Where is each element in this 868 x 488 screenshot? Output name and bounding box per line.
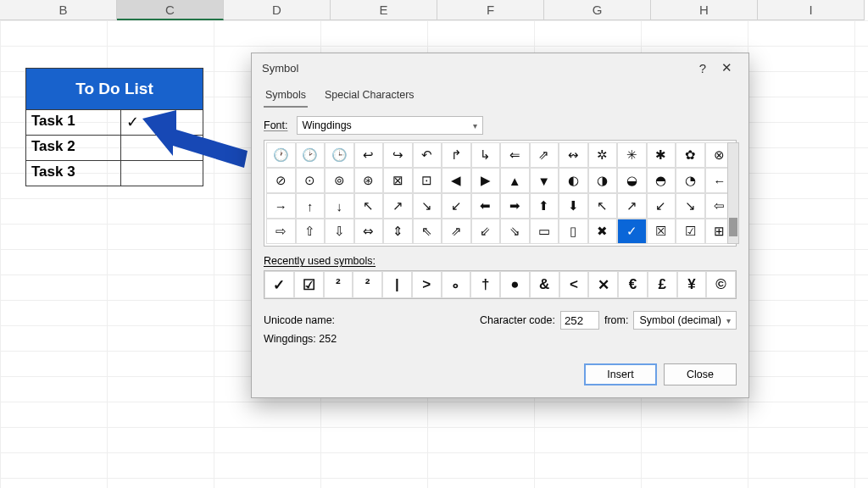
char-code-input[interactable] (560, 311, 599, 330)
col-header[interactable]: I (758, 0, 865, 20)
symbol-cell[interactable]: ↗ (617, 193, 647, 219)
recent-symbol-cell[interactable]: & (530, 271, 559, 298)
symbol-cell[interactable]: ✖ (588, 219, 618, 244)
symbol-cell[interactable]: ▭ (530, 219, 559, 244)
symbol-cell[interactable]: ↭ (559, 142, 588, 168)
symbol-cell[interactable]: → (266, 193, 296, 219)
col-header[interactable]: C (117, 0, 224, 20)
symbol-cell[interactable]: ↶ (413, 142, 442, 168)
symbol-cell[interactable]: ◀ (442, 168, 471, 193)
symbol-cell[interactable]: ↖ (588, 193, 618, 219)
symbol-cell[interactable]: ▶ (471, 168, 501, 193)
symbol-cell[interactable]: ⇧ (296, 219, 326, 244)
recent-symbol-cell[interactable]: © (706, 271, 736, 298)
symbol-cell[interactable]: ◐ (559, 168, 588, 193)
close-button[interactable]: Close (664, 363, 737, 385)
symbol-cell[interactable]: ⇔ (354, 219, 384, 244)
recent-symbol-cell[interactable]: ● (500, 271, 530, 298)
symbol-cell[interactable]: ↙ (442, 193, 471, 219)
symbol-cell[interactable]: ◓ (647, 168, 676, 193)
recent-symbol-cell[interactable]: < (559, 271, 589, 298)
symbol-cell[interactable]: ↑ (296, 193, 326, 219)
recent-symbol-cell[interactable]: > (412, 271, 442, 298)
symbol-cell[interactable]: ⬅ (471, 193, 501, 219)
recent-label: Recently used symbols: (264, 255, 737, 267)
symbol-cell[interactable]: ⇐ (500, 142, 530, 168)
symbol-cell[interactable]: ⊙ (296, 168, 326, 193)
symbol-cell[interactable]: ↪ (383, 142, 413, 168)
symbol-cell[interactable]: ◔ (676, 168, 705, 193)
symbol-scrollbar[interactable] (727, 142, 739, 244)
symbol-cell[interactable]: ⇘ (500, 219, 530, 244)
recent-symbol-cell[interactable]: ☑ (294, 271, 324, 298)
symbol-cell[interactable]: ⇕ (383, 219, 413, 244)
col-header[interactable]: G (544, 0, 651, 20)
symbol-cell[interactable]: ↳ (471, 142, 501, 168)
symbol-cell[interactable]: ◒ (617, 168, 647, 193)
symbol-cell[interactable]: ✱ (647, 142, 676, 168)
recent-symbol-cell[interactable]: ² (353, 271, 382, 298)
symbol-cell[interactable]: ⊛ (354, 168, 384, 193)
symbol-cell[interactable]: ▯ (559, 219, 588, 244)
symbol-cell[interactable]: 🕑 (296, 142, 326, 168)
recent-symbol-cell[interactable]: ¥ (677, 271, 707, 298)
column-headers: BCDEFGHI (0, 0, 868, 20)
symbol-cell[interactable]: ⇙ (471, 219, 501, 244)
col-header[interactable]: D (224, 0, 331, 20)
recent-symbol-cell[interactable]: € (618, 271, 648, 298)
symbol-cell[interactable]: ➡ (500, 193, 530, 219)
col-header[interactable]: B (10, 0, 117, 20)
symbol-cell[interactable]: ▼ (530, 168, 559, 193)
symbol-cell[interactable]: ⊘ (266, 168, 296, 193)
symbol-cell[interactable]: ◑ (588, 168, 618, 193)
tab-special-characters[interactable]: Special Characters (323, 84, 416, 108)
symbol-cell[interactable]: ⬇ (559, 193, 588, 219)
col-header[interactable]: F (437, 0, 544, 20)
recent-symbol-cell[interactable]: £ (648, 271, 677, 298)
symbol-cell[interactable]: ☑ (676, 219, 705, 244)
recent-symbol-cell[interactable]: ∘ (442, 271, 471, 298)
dialog-title: Symbol (262, 62, 691, 75)
symbol-cell[interactable]: ✲ (588, 142, 618, 168)
symbol-cell[interactable]: ☒ (647, 219, 676, 244)
tab-symbols[interactable]: Symbols (264, 84, 308, 108)
symbol-cell[interactable]: ↘ (413, 193, 442, 219)
symbol-cell[interactable]: ✳ (617, 142, 647, 168)
symbol-cell[interactable]: ✓ (617, 219, 647, 244)
symbol-cell[interactable]: ↗ (383, 193, 413, 219)
symbol-cell[interactable]: ⊡ (413, 168, 442, 193)
recent-symbol-cell[interactable]: ² (324, 271, 353, 298)
symbol-cell[interactable]: ⇗ (442, 219, 471, 244)
symbol-cell[interactable]: ⊠ (383, 168, 413, 193)
symbol-cell[interactable]: ↖ (354, 193, 384, 219)
recent-symbol-cell[interactable]: ✕ (588, 271, 618, 298)
from-value: Symbol (decimal) (639, 314, 721, 326)
recent-symbol-cell[interactable]: † (470, 271, 500, 298)
recent-symbol-cell[interactable]: | (382, 271, 412, 298)
col-header[interactable]: E (331, 0, 437, 20)
symbol-cell[interactable]: ▲ (500, 168, 530, 193)
insert-button[interactable]: Insert (584, 363, 657, 385)
symbol-cell[interactable]: ⇖ (413, 219, 442, 244)
col-header[interactable]: H (651, 0, 758, 20)
symbol-cell[interactable]: ↱ (442, 142, 471, 168)
symbol-cell[interactable]: ↓ (325, 193, 354, 219)
close-icon[interactable]: ✕ (715, 60, 738, 75)
help-icon[interactable]: ? (691, 61, 715, 75)
dialog-titlebar[interactable]: Symbol ? ✕ (252, 53, 748, 79)
symbol-cell[interactable]: 🕒 (325, 142, 354, 168)
font-dropdown[interactable]: Wingdings ▾ (297, 116, 483, 135)
from-dropdown[interactable]: Symbol (decimal) ▾ (633, 311, 737, 330)
symbol-cell[interactable]: 🕐 (266, 142, 296, 168)
symbol-cell[interactable]: ✿ (676, 142, 705, 168)
symbol-cell[interactable]: ⬆ (530, 193, 559, 219)
symbol-cell[interactable]: ↘ (676, 193, 705, 219)
recent-symbol-cell[interactable]: ✓ (264, 271, 294, 298)
char-code-label: Character code: (480, 314, 555, 326)
symbol-cell[interactable]: ⇗ (530, 142, 559, 168)
symbol-cell[interactable]: ⇩ (325, 219, 354, 244)
symbol-cell[interactable]: ↙ (647, 193, 676, 219)
symbol-cell[interactable]: ↩ (354, 142, 384, 168)
symbol-cell[interactable]: ⊚ (325, 168, 354, 193)
symbol-cell[interactable]: ⇨ (266, 219, 296, 244)
